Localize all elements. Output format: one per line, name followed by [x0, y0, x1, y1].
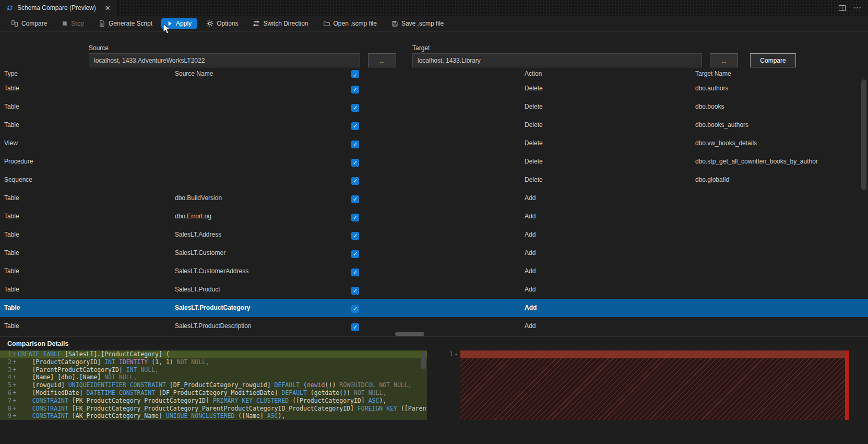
row-type: Procedure	[4, 153, 33, 171]
row-type: Table	[4, 207, 19, 226]
table-row[interactable]: TableSalesLT.ProductCategory✓Add	[0, 299, 868, 317]
include-checkbox[interactable]: ✓	[351, 268, 359, 276]
row-target-name: dbo.books	[695, 98, 724, 116]
row-action: Add	[525, 207, 536, 226]
column-header-action[interactable]: Action	[525, 68, 542, 79]
include-checkbox[interactable]: ✓	[351, 250, 359, 258]
include-checkbox[interactable]: ✓	[351, 104, 359, 112]
code-text: CONSTRAINT [PK_ProductCategory_ProductCa…	[18, 397, 386, 405]
switch-button[interactable]: Switch Direction	[247, 18, 314, 29]
include-checkbox[interactable]: ✓	[351, 177, 359, 185]
deleted-region	[460, 350, 849, 420]
diff-sign: +	[11, 405, 18, 413]
diff-line: 1+CREATE TABLE [SalesLT].[ProductCategor…	[0, 350, 427, 358]
row-action: Add	[525, 317, 536, 335]
diff-sign: +	[11, 366, 18, 374]
line-number: 6	[0, 389, 11, 397]
toolbar-item-label: Switch Direction	[263, 20, 308, 27]
close-icon[interactable]: ✕	[105, 4, 111, 12]
diff-vertical-scrollbar[interactable]	[421, 352, 426, 369]
line-number: 2	[0, 358, 11, 366]
table-row[interactable]: TableSalesLT.Address✓Add	[0, 226, 868, 244]
table-row[interactable]: TableSalesLT.CustomerAddress✓Add	[0, 262, 868, 281]
include-checkbox[interactable]: ✓	[351, 195, 359, 203]
open-file-icon	[323, 20, 330, 27]
diff-line: 7+ CONSTRAINT [PK_ProductCategory_Produc…	[0, 397, 427, 405]
row-action: Delete	[525, 153, 543, 171]
editor-actions: ⋯	[838, 0, 862, 16]
toolbar-item-label: Compare	[21, 20, 47, 27]
script-button[interactable]: Generate Script	[93, 18, 158, 29]
include-checkbox[interactable]: ✓	[351, 214, 359, 221]
source-input[interactable]	[89, 53, 360, 67]
split-editor-icon[interactable]	[838, 4, 846, 12]
include-checkbox[interactable]: ✓	[351, 305, 359, 313]
gear-icon	[206, 20, 213, 27]
table-row[interactable]: Tabledbo.ErrorLog✓Add	[0, 207, 868, 226]
tab-schema-compare[interactable]: Schema Compare (Preview) ✕	[0, 0, 117, 16]
row-target-name: dbo.vw_books_details	[695, 134, 757, 153]
play-button[interactable]: Apply	[161, 18, 197, 29]
row-action: Add	[525, 189, 536, 207]
diff-line: 4+ [Name] [dbo].[Name] NOT NULL,	[0, 373, 427, 381]
row-type: Table	[4, 281, 19, 299]
stop-button[interactable]: Stop	[56, 18, 90, 29]
target-input[interactable]	[412, 53, 702, 67]
include-checkbox[interactable]: ✓	[351, 122, 359, 130]
table-row[interactable]: TableSalesLT.Product✓Add	[0, 281, 868, 299]
include-checkbox[interactable]: ✓	[351, 141, 359, 148]
row-action: Delete	[525, 134, 543, 153]
include-checkbox[interactable]: ✓	[351, 287, 359, 295]
line-number: 8	[0, 405, 11, 413]
column-header-source-name[interactable]: Source Name	[175, 68, 213, 79]
row-target-name: dbo.stp_get_all_cowritten_books_by_autho…	[695, 153, 818, 171]
column-header-type[interactable]: Type	[4, 68, 18, 79]
diff-line: 3+ [ParentProductCategoryID] INT NULL,	[0, 366, 427, 374]
column-header-target-name[interactable]: Target Name	[695, 68, 731, 79]
row-action: Delete	[525, 171, 543, 189]
include-checkbox[interactable]: ✓	[351, 86, 359, 94]
table-row[interactable]: Sequence✓Deletedbo.globalId	[0, 171, 868, 189]
diff-sign: +	[11, 412, 18, 420]
grid-horizontal-scrollbar[interactable]	[395, 332, 424, 336]
row-source-name: SalesLT.Product	[175, 281, 220, 299]
table-row[interactable]: View✓Deletedbo.vw_books_details	[0, 134, 868, 153]
diff-sign: +	[11, 397, 18, 405]
row-type: View	[4, 134, 18, 153]
open-file-button[interactable]: Open .scmp file	[317, 18, 383, 29]
row-type: Table	[4, 116, 19, 134]
diff-sign: +	[11, 358, 18, 366]
table-row[interactable]: TableSalesLT.ProductDescription✓Add	[0, 317, 868, 335]
table-row[interactable]: Procedure✓Deletedbo.stp_get_all_cowritte…	[0, 153, 868, 171]
target-browse-button[interactable]: ...	[710, 53, 738, 67]
row-action: Add	[525, 299, 537, 317]
diff-line: 5+ [rowguid] UNIQUEIDENTIFIER CONSTRAINT…	[0, 381, 427, 389]
save-file-button[interactable]: Save .scmp file	[386, 18, 449, 29]
schema-compare-window: Schema Compare (Preview) ✕ ⋯ CompareStop…	[0, 0, 868, 444]
table-row[interactable]: Table✓Deletedbo.authors	[0, 79, 868, 98]
include-checkbox[interactable]: ✓	[351, 232, 359, 240]
line-number: 9	[0, 412, 11, 420]
grid-vertical-scrollbar[interactable]	[861, 79, 866, 190]
row-type: Sequence	[4, 171, 32, 189]
table-row[interactable]: Table✓Deletedbo.books_authors	[0, 116, 868, 134]
compare-run-button[interactable]: Compare	[750, 53, 796, 67]
compare-button[interactable]: Compare	[5, 18, 53, 29]
toolbar-item-label: Stop	[71, 20, 84, 27]
include-checkbox[interactable]: ✓	[351, 323, 359, 331]
gear-button[interactable]: Options	[200, 18, 244, 29]
more-actions-icon[interactable]: ⋯	[853, 3, 862, 13]
include-checkbox[interactable]: ✓	[351, 159, 359, 167]
code-text: [rowguid] UNIQUEIDENTIFIER CONSTRAINT [D…	[18, 381, 412, 389]
select-all-checkbox[interactable]: ✓	[351, 70, 359, 78]
diff-sign: +	[11, 350, 18, 358]
table-row[interactable]: Table✓Deletedbo.books	[0, 98, 868, 116]
diff-line: 2+ [ProductCategoryID] INT IDENTITY (1, …	[0, 358, 427, 366]
row-action: Add	[525, 281, 536, 299]
table-row[interactable]: TableSalesLT.Customer✓Add	[0, 244, 868, 262]
comparison-details-panel: Comparison Details 1+CREATE TABLE [Sales…	[0, 336, 868, 444]
row-type: Table	[4, 226, 19, 244]
table-row[interactable]: Tabledbo.BuildVersion✓Add	[0, 189, 868, 207]
source-browse-button[interactable]: ...	[368, 53, 396, 67]
toolbar-item-label: Open .scmp file	[334, 20, 377, 27]
